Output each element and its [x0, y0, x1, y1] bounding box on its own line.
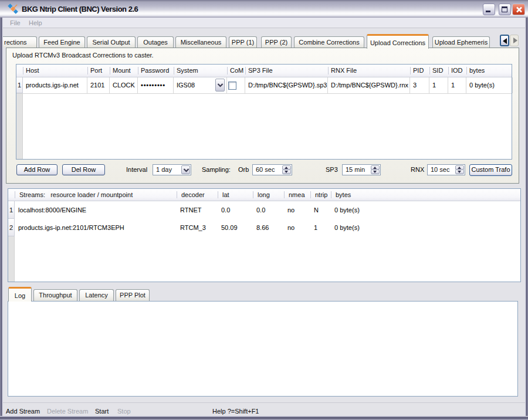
- cell-pid[interactable]: 3: [410, 77, 429, 93]
- system-combo-dropdown-button[interactable]: [215, 79, 225, 92]
- status-action-help[interactable]: Help ?=Shift+F1: [212, 407, 259, 416]
- menu-item-file[interactable]: File: [10, 18, 21, 28]
- header-separator: [331, 191, 331, 198]
- custom-trafo-button[interactable]: Custom Trafo: [469, 164, 512, 176]
- tab-rections[interactable]: rections: [3, 36, 37, 48]
- cell-lat[interactable]: 0.0: [221, 201, 253, 219]
- tab-ppp-plot[interactable]: PPP Plot: [116, 289, 150, 301]
- tab-upload-ephemeris[interactable]: Upload Ephemeris: [432, 36, 490, 48]
- interval-combobox-dropdown-button[interactable]: [181, 165, 190, 174]
- application-window: BKG Ntrip Client (BNC) Version 2.6 FileH…: [0, 0, 528, 420]
- tab-outages[interactable]: Outages: [137, 36, 174, 48]
- interval-label: Interval: [126, 164, 147, 175]
- tab-feed-engine[interactable]: Feed Engine: [39, 36, 85, 48]
- cell-rnx-file[interactable]: D:/tmp/BNC${GPSWD}.rnx: [328, 77, 410, 93]
- tab-label: Throughput: [39, 292, 72, 299]
- column-header-password: Password: [141, 65, 173, 77]
- spin-up-icon: [373, 167, 377, 169]
- menu-item-help[interactable]: Help: [29, 18, 42, 28]
- header-separator: [448, 67, 449, 74]
- spin-down-button[interactable]: [282, 170, 291, 174]
- tab-miscellaneous[interactable]: Miscellaneous: [175, 36, 226, 48]
- tab-serial-output[interactable]: Serial Output: [87, 36, 136, 48]
- cell-iod[interactable]: 1: [448, 77, 466, 93]
- column-header-sid: SID: [432, 65, 448, 77]
- tab-label: Outages: [143, 39, 168, 46]
- window-border-right: [525, 18, 528, 420]
- cell-lat[interactable]: 50.09: [221, 219, 253, 236]
- status-action-start[interactable]: Start: [95, 407, 109, 416]
- log-output-area[interactable]: [8, 301, 518, 397]
- column-header-decoder: decoder: [181, 189, 217, 201]
- tab-label: PPP Plot: [120, 292, 145, 299]
- cell-nmea[interactable]: no: [287, 219, 310, 236]
- upload-table-header: HostPortMountPasswordSystemCoMSP3 FileRN…: [16, 65, 512, 77]
- maximize-button[interactable]: [499, 4, 511, 15]
- cell-nmea[interactable]: no: [287, 201, 310, 219]
- stream-row[interactable]: 2products.igs-ip.net:2101/RTCM3EPHRTCM_3…: [8, 219, 520, 236]
- tab-log[interactable]: Log: [8, 287, 32, 302]
- close-button[interactable]: [512, 4, 525, 15]
- header-separator: [138, 67, 138, 74]
- row-number: 1: [8, 201, 15, 219]
- cell-mountpoint[interactable]: localhost:8000/ENGINE: [18, 201, 177, 219]
- row-number-gutter: [8, 236, 15, 282]
- cell-bytes[interactable]: 0 byte(s): [466, 77, 513, 93]
- column-header-sp3-file: SP3 File: [248, 65, 327, 77]
- column-header-lat: lat: [222, 189, 252, 201]
- stream-row[interactable]: 1localhost:8000/ENGINERTNET0.00.0noN0 by…: [8, 201, 520, 219]
- cell-sp3-file[interactable]: D:/tmp/BNC${GPSWD}.sp3: [245, 77, 328, 93]
- orb-sampling-spinbox[interactable]: 60 sec: [252, 164, 292, 175]
- spin-down-button[interactable]: [371, 170, 380, 174]
- status-action-add-stream[interactable]: Add Stream: [6, 407, 40, 416]
- minimize-button[interactable]: [483, 4, 495, 15]
- cell-host[interactable]: products.igs-ip.net: [23, 77, 87, 93]
- cell-ntrip[interactable]: 1: [314, 219, 331, 236]
- cell-mount[interactable]: CLOCK: [110, 77, 138, 93]
- cell-long[interactable]: 8.66: [256, 219, 284, 236]
- sp3-sampling-spinbox[interactable]: 15 min: [342, 164, 381, 175]
- cell-bytes[interactable]: 0 byte(s): [334, 219, 522, 236]
- tab-latency[interactable]: Latency: [79, 289, 114, 301]
- cell-long[interactable]: 0.0: [256, 201, 284, 219]
- upload-table[interactable]: HostPortMountPasswordSystemCoMSP3 FileRN…: [16, 64, 512, 160]
- spin-down-button[interactable]: [455, 170, 464, 174]
- header-separator: [253, 191, 253, 198]
- del-row-button[interactable]: Del Row: [62, 164, 105, 175]
- cell-decoder[interactable]: RTNET: [180, 201, 218, 219]
- column-header-streams-resource-loader-mountpoint: Streams: resource loader / mountpoint: [19, 189, 176, 201]
- cell-decoder[interactable]: RTCM_3: [180, 219, 218, 236]
- tab-label: Upload Ephemeris: [435, 39, 488, 46]
- interval-combobox[interactable]: 1 day: [153, 164, 191, 175]
- streams-table[interactable]: Streams: resource loader / mountpointdec…: [8, 188, 521, 282]
- app-icon: [8, 4, 18, 14]
- cell-mountpoint[interactable]: products.igs-ip.net:2101/RTCM3EPH: [18, 219, 177, 236]
- rnx-sampling-spinbox[interactable]: 10 sec: [427, 164, 465, 175]
- tab-combine-corrections[interactable]: Combine Corrections: [294, 36, 364, 48]
- tab-scroll-left-button[interactable]: [500, 35, 509, 46]
- tab-upload-corrections[interactable]: Upload Corrections: [367, 34, 429, 49]
- column-header-nmea: nmea: [289, 189, 310, 201]
- tab-ppp-1[interactable]: PPP (1): [229, 36, 257, 48]
- cell-ntrip[interactable]: N: [314, 201, 331, 219]
- tab-ppp-2[interactable]: PPP (2): [261, 36, 292, 48]
- table-row[interactable]: 1products.igs-ip.net2101CLOCK•••••••••IG…: [16, 77, 512, 94]
- tab-label: Combine Corrections: [299, 39, 359, 46]
- titlebar[interactable]: BKG Ntrip Client (BNC) Version 2.6: [0, 0, 528, 18]
- tab-label: Latency: [85, 292, 108, 299]
- header-separator: [227, 67, 228, 74]
- cell-sid[interactable]: 1: [429, 77, 448, 93]
- column-header-bytes: bytes: [336, 189, 521, 201]
- cell-password[interactable]: •••••••••: [138, 77, 174, 93]
- cell-bytes[interactable]: 0 byte(s): [334, 201, 522, 219]
- com-checkbox[interactable]: [228, 82, 236, 90]
- tab-throughput[interactable]: Throughput: [33, 289, 77, 301]
- right-arrow-icon: [513, 38, 517, 43]
- cell-port[interactable]: 2101: [87, 77, 110, 93]
- cell-system[interactable]: IGS08: [174, 77, 227, 93]
- cell-com[interactable]: [227, 77, 245, 93]
- column-header-long: long: [258, 189, 283, 201]
- tab-scroll-right-button[interactable]: [510, 35, 519, 46]
- add-row-button[interactable]: Add Row: [16, 164, 57, 175]
- tab-label: Miscellaneous: [181, 39, 222, 46]
